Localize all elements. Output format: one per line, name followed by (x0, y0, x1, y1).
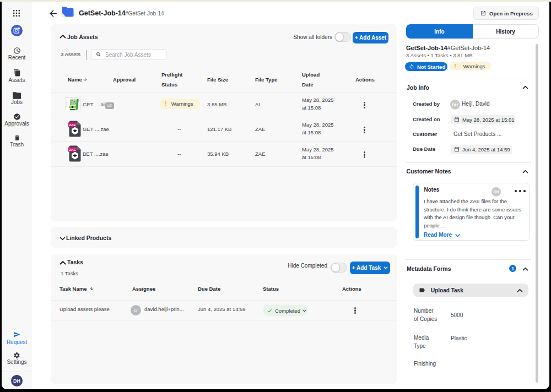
svg-text:ZAE: ZAE (69, 148, 75, 151)
svg-text:ZAE: ZAE (69, 123, 75, 127)
